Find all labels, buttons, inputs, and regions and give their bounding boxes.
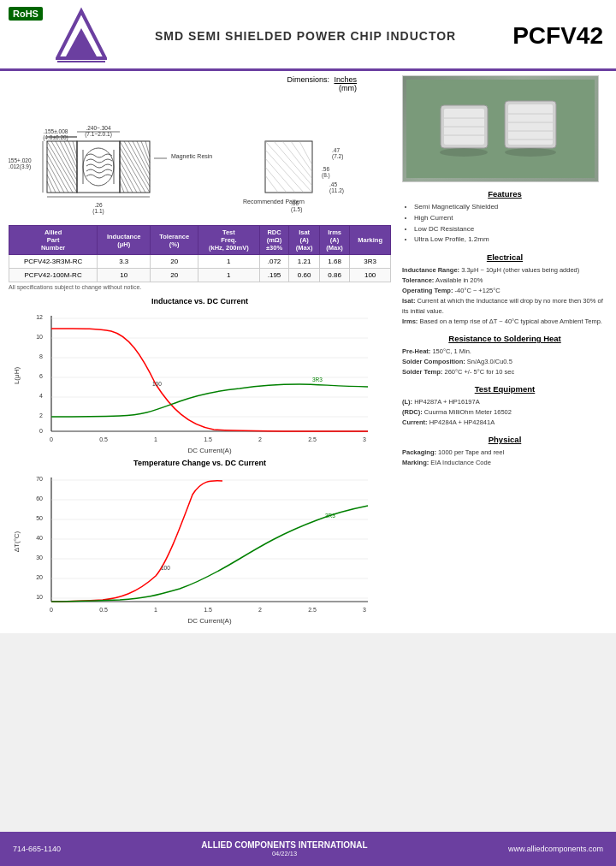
test-equipment-heading: Test Equipment (402, 384, 607, 394)
svg-line-6 (51, 141, 77, 187)
svg-text:.47: .47 (332, 147, 340, 153)
svg-text:100: 100 (152, 381, 162, 387)
col-header-test-freq: TestFreq.(kHz, 200mV) (198, 226, 260, 255)
svg-text:1: 1 (154, 607, 157, 613)
svg-line-35 (120, 181, 124, 193)
solder-temp-value: 260°C +/- 5°C for 10 sec (444, 368, 514, 376)
svg-line-27 (137, 141, 150, 169)
svg-line-45 (265, 158, 295, 193)
svg-text:2: 2 (39, 412, 43, 418)
col-header-marking: Marking (350, 226, 391, 255)
svg-text:Magnetic Resin: Magnetic Resin (171, 153, 212, 160)
table-note: All specifications subject to change wit… (9, 284, 391, 290)
feature-item: High Current (414, 213, 607, 224)
svg-text:3: 3 (363, 607, 366, 613)
svg-line-33 (120, 168, 133, 193)
svg-text:2.5: 2.5 (308, 607, 317, 613)
packaging-label: Packaging: (402, 448, 436, 456)
soldering-section: Resistance to Soldering Heat Pre-Heat: 1… (402, 334, 607, 377)
svg-text:0.5: 0.5 (99, 607, 108, 613)
irms-value: Based on a temp rise of ΔT ~ 40°C typica… (419, 317, 601, 325)
current-value: HP4284A + HP42841A (429, 418, 495, 426)
svg-rect-18 (77, 141, 120, 193)
dimensions-label: Dimensions: Inches (mm) (9, 75, 357, 92)
col-header-isat: Isat(A)(Max) (289, 226, 319, 255)
svg-line-17 (47, 181, 51, 193)
svg-text:6: 6 (39, 373, 43, 379)
svg-text:L(μH): L(μH) (13, 367, 21, 385)
product-image (402, 75, 599, 182)
dimensions-diagram: Magnetic Resin Recommended Pattern .155±… (9, 94, 394, 221)
col-header-rdc: RDC(mΩ)±30% (259, 226, 289, 255)
svg-point-19 (83, 148, 114, 186)
chart1-container: Inductance vs. DC Current 12 10 8 6 4 2 … (9, 297, 391, 459)
svg-text:40: 40 (36, 535, 43, 541)
svg-text:3: 3 (363, 436, 366, 442)
feature-item: Semi Magnetically Shielded (414, 202, 607, 213)
svg-text:ΔT(°C): ΔT(°C) (13, 531, 21, 552)
svg-text:(4.0±0.20): (4.0±0.20) (43, 134, 68, 141)
svg-text:.26: .26 (94, 202, 102, 208)
solder-comp-label: Solder Composition: (402, 358, 465, 365)
left-column: Dimensions: Inches (mm) (9, 75, 398, 629)
svg-line-47 (265, 175, 278, 193)
operating-temp-value: -40°C ~ +125°C (455, 287, 500, 294)
col-header-part: AlliedPartNumber (9, 226, 98, 255)
pre-heat-label: Pre-Heat: (402, 347, 430, 355)
svg-text:2.5: 2.5 (308, 436, 317, 442)
footer-website: www.alliedcomponents.com (508, 845, 603, 853)
footer-company-name: ALLIED COMPONENTS INTERNATIONAL (201, 840, 367, 850)
svg-text:4: 4 (39, 393, 43, 399)
svg-text:(11.2): (11.2) (329, 187, 344, 194)
svg-text:10: 10 (36, 334, 43, 340)
svg-line-29 (145, 141, 150, 157)
marking-label: Marking: (402, 459, 429, 466)
test-equipment-section: Test Equipment (L): HP4287A + HP16197A (… (402, 384, 607, 428)
svg-text:60: 60 (36, 495, 43, 501)
svg-text:-.012(3.9): -.012(3.9) (9, 163, 31, 170)
rdc-label: (RDC): (402, 408, 423, 416)
svg-point-135 (440, 148, 488, 157)
features-section: Features Semi Magnetically Shielded High… (402, 189, 607, 246)
svg-text:50: 50 (36, 515, 43, 521)
svg-line-7 (56, 141, 77, 181)
specifications-table: AlliedPartNumber Inductance(μH) Toleranc… (9, 225, 391, 282)
svg-text:20: 20 (36, 574, 43, 580)
svg-line-8 (60, 141, 77, 175)
inductance-range-value: 3.3μH ~ 10μH (other values being added) (461, 266, 579, 274)
svg-line-30 (120, 147, 145, 193)
isat-label: Isat: (402, 297, 415, 305)
svg-line-11 (73, 141, 77, 157)
right-column: Features Semi Magnetically Shielded High… (398, 75, 607, 629)
svg-text:(1.1): (1.1) (92, 208, 104, 215)
svg-text:(7.2): (7.2) (332, 153, 343, 160)
l-value: HP4287A + HP16197A (414, 398, 480, 406)
col-header-inductance: Inductance(μH) (98, 226, 151, 255)
svg-rect-130 (508, 104, 553, 145)
svg-line-41 (282, 141, 312, 179)
svg-text:.56: .56 (322, 166, 329, 172)
soldering-heading: Resistance to Soldering Heat (402, 334, 607, 343)
svg-text:100: 100 (161, 565, 170, 571)
irms-label: Irms: (402, 317, 418, 325)
svg-text:2: 2 (258, 436, 262, 442)
chart2-svg: 70 60 50 40 30 20 10 0 0.5 1 (9, 469, 385, 627)
table-row: PCFV42-100M-RC 10 20 1 .195 0.60 0.86 10… (9, 269, 391, 282)
svg-text:.45: .45 (329, 181, 337, 187)
svg-line-23 (120, 141, 150, 193)
svg-line-12 (47, 147, 73, 193)
operating-temp-label: Operating Temp: (402, 287, 453, 294)
feature-item: Ultra Low Profile, 1.2mm (414, 234, 607, 246)
logo-container (56, 7, 107, 64)
svg-text:.240~.304: .240~.304 (86, 125, 110, 131)
svg-text:(1.5): (1.5) (291, 206, 302, 213)
svg-line-44 (265, 150, 304, 193)
rdc-value: Cuurma MilliOhm Meter 16502 (424, 408, 512, 416)
tolerance-label: Tolerance: (402, 276, 434, 284)
svg-text:70: 70 (36, 476, 43, 482)
pre-heat-value: 150°C, 1 Min. (432, 347, 471, 355)
svg-line-16 (47, 175, 56, 193)
svg-text:2: 2 (258, 607, 262, 613)
physical-heading: Physical (402, 435, 607, 444)
electrical-heading: Electrical (402, 252, 607, 262)
